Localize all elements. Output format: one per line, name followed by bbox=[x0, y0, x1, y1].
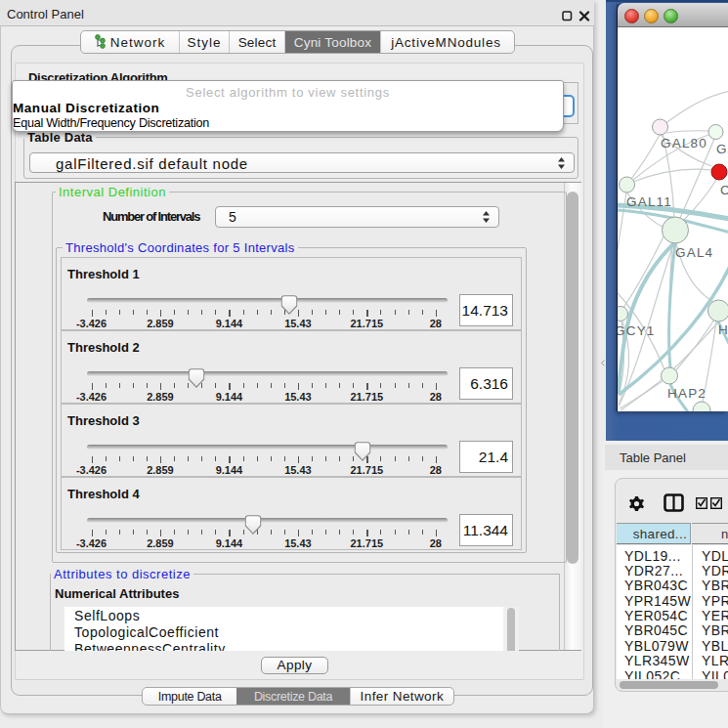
svg-text:GAL4: GAL4 bbox=[675, 245, 713, 260]
svg-text:HAP2: HAP2 bbox=[667, 386, 707, 401]
svg-text:GAL11: GAL11 bbox=[626, 194, 672, 209]
svg-text:H: H bbox=[718, 322, 728, 337]
svg-text:GAL80: GAL80 bbox=[661, 136, 707, 150]
svg-text:C: C bbox=[720, 183, 728, 197]
svg-text:GCY1: GCY1 bbox=[618, 323, 656, 338]
svg-text:GA: GA bbox=[716, 142, 728, 156]
